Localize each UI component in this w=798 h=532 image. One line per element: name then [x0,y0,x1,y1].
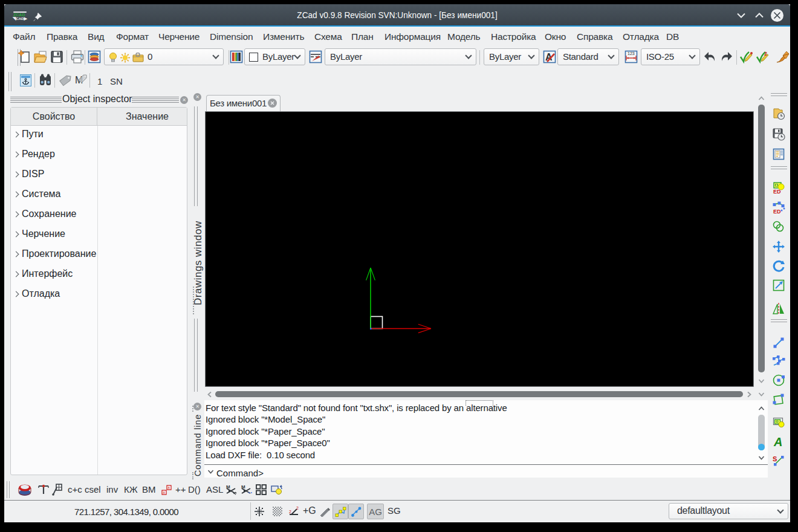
svg-text:ED: ED [773,189,781,194]
svg-text:123: 123 [628,51,635,56]
svg-text:A: A [773,435,782,449]
svg-text:2: 2 [289,510,291,514]
svg-text:S: S [773,455,777,462]
svg-text:ED: ED [773,209,781,215]
svg-text:z: z [764,50,767,57]
svg-text:2: 2 [296,506,299,510]
